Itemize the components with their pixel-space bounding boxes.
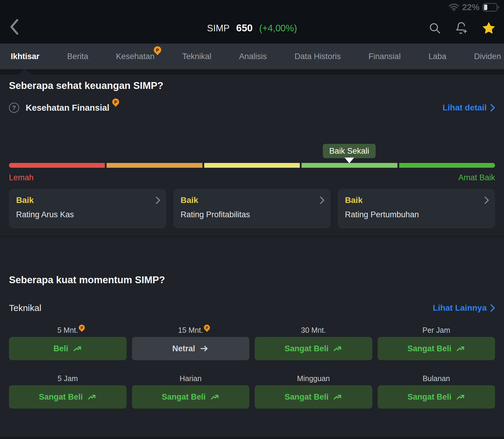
trending-up-icon xyxy=(333,344,342,353)
svg-text:P: P xyxy=(81,326,83,330)
rating-card-arus-kas[interactable]: Baik Rating Arus Kas xyxy=(9,189,166,228)
active-tab-pointer-strip xyxy=(0,69,504,75)
signal-period-label: 15 Mnt. xyxy=(178,326,203,335)
signal-button-bulanan[interactable]: Sangat Beli xyxy=(378,385,495,409)
tab-laba[interactable]: Laba xyxy=(428,52,446,61)
signal-cell-harian: Harian Sangat Beli xyxy=(132,373,250,409)
signal-period-label: Per Jam xyxy=(422,326,450,335)
gauge-segment-excellent xyxy=(399,163,495,168)
chevron-right-icon xyxy=(320,196,325,204)
tab-bar: Ikhtisar Berita Kesehatan P Teknikal Ana… xyxy=(0,44,504,69)
signal-period-label: Mingguan xyxy=(297,374,330,383)
gauge-segment-good xyxy=(302,163,397,168)
rating-cards: Baik Rating Arus Kas Baik Rating Profita… xyxy=(9,189,495,228)
technical-row: Teknikal Lihat Lainnya xyxy=(9,303,495,313)
bottom-edge xyxy=(0,437,504,439)
tab-data-historis[interactable]: Data Historis xyxy=(295,52,341,61)
gauge-labels: Lemah Amat Baik xyxy=(9,173,495,182)
page-content: Seberapa sehat keuangan SIMP? ? Kesehata… xyxy=(0,80,504,409)
signal-period-label: 5 Jam xyxy=(58,374,78,383)
signal-button-mingguan[interactable]: Sangat Beli xyxy=(255,385,372,409)
instrument-price: 650 xyxy=(236,22,253,34)
financial-health-row: ? Kesehatan Finansial P Lihat detail xyxy=(9,103,495,113)
signal-button-5jam[interactable]: Sangat Beli xyxy=(9,385,127,409)
tab-finansial[interactable]: Finansial xyxy=(368,52,401,61)
signal-period-label: 30 Mnt. xyxy=(301,326,326,335)
gauge-label-weak: Lemah xyxy=(9,173,34,182)
financial-health-label-group: ? Kesehatan Finansial P xyxy=(9,103,119,113)
signal-button-30mnt[interactable]: Sangat Beli xyxy=(255,337,372,360)
section-divider xyxy=(0,236,504,237)
header-actions xyxy=(428,21,496,35)
chevron-right-icon xyxy=(156,196,160,204)
chevron-right-icon xyxy=(490,104,495,112)
technical-signals-grid: 5 Mnt. P Beli 15 Mnt. P Netral 30 xyxy=(9,325,495,409)
signal-period-label: 5 Mnt. xyxy=(57,326,78,335)
chevron-right-icon xyxy=(490,304,495,312)
svg-text:P: P xyxy=(114,99,117,104)
signal-cell-5jam: 5 Jam Sangat Beli xyxy=(9,373,127,409)
svg-text:P: P xyxy=(206,326,208,330)
health-section-title: Seberapa sehat keuangan SIMP? xyxy=(9,80,495,91)
tab-dividen[interactable]: Dividen xyxy=(474,52,501,61)
signal-cell-30mnt: 30 Mnt. Sangat Beli xyxy=(255,325,372,360)
status-bar: 22% xyxy=(448,2,500,12)
bell-add-icon xyxy=(454,21,468,35)
signal-cell-mingguan: Mingguan Sangat Beli xyxy=(255,373,372,409)
signal-cell-bulanan: Bulanan Sangat Beli xyxy=(378,373,495,409)
rating-label: Rating Profitabilitas xyxy=(181,210,324,219)
see-detail-link[interactable]: Lihat detail xyxy=(442,103,495,113)
tab-berita[interactable]: Berita xyxy=(67,52,88,61)
tab-ikhtisar[interactable]: Ikhtisar xyxy=(11,52,39,61)
app-header: 22% SIMP 650 (+4,00%) xyxy=(0,0,504,44)
instrument-symbol: SIMP xyxy=(207,23,230,34)
pro-badge-icon: P xyxy=(79,324,86,332)
tab-kesehatan[interactable]: Kesehatan P xyxy=(116,52,154,61)
gauge-segment-fair xyxy=(204,163,300,168)
help-icon[interactable]: ? xyxy=(9,103,19,113)
financial-health-gauge xyxy=(9,163,495,168)
arrow-right-icon xyxy=(199,344,209,353)
signal-button-per-jam[interactable]: Sangat Beli xyxy=(378,337,495,360)
rating-card-profitabilitas[interactable]: Baik Rating Profitabilitas xyxy=(173,189,331,228)
see-more-link[interactable]: Lihat Lainnya xyxy=(433,303,495,313)
trending-up-icon xyxy=(210,392,219,402)
pro-badge-icon: P xyxy=(153,46,162,56)
gauge-segment-weak xyxy=(9,163,105,168)
gauge-segment-poor xyxy=(107,163,202,168)
momentum-section-title: Seberapa kuat momentum SIMP? xyxy=(9,274,495,286)
financial-health-label: Kesehatan Finansial P xyxy=(26,103,119,113)
add-alert-button[interactable] xyxy=(454,21,468,35)
instrument-change: (+4,00%) xyxy=(259,23,297,34)
wifi-icon xyxy=(448,3,459,11)
tab-teknikal[interactable]: Teknikal xyxy=(182,52,211,61)
pro-badge-icon: P xyxy=(204,324,211,332)
signal-cell-15mnt: 15 Mnt. P Netral xyxy=(132,325,250,360)
technical-label: Teknikal xyxy=(9,303,41,313)
header-main: SIMP 650 (+4,00%) xyxy=(0,13,504,44)
back-button[interactable] xyxy=(7,17,21,36)
instrument-title: SIMP 650 (+4,00%) xyxy=(207,22,297,34)
gauge-tooltip: Baik Sekali xyxy=(323,144,376,158)
signal-button-5mnt[interactable]: Beli xyxy=(9,337,127,360)
trending-up-icon xyxy=(456,392,465,402)
pro-badge-icon: P xyxy=(112,98,119,107)
tab-analisis[interactable]: Analisis xyxy=(239,52,267,61)
rating-label: Rating Arus Kas xyxy=(16,210,159,219)
signal-button-harian[interactable]: Sangat Beli xyxy=(132,385,250,409)
trending-up-icon xyxy=(456,344,465,353)
trending-up-icon xyxy=(333,392,342,402)
signal-cell-per-jam: Per Jam Sangat Beli xyxy=(378,325,495,360)
rating-value: Baik xyxy=(345,195,488,205)
rating-card-pertumbuhan[interactable]: Baik Rating Pertumbuhan xyxy=(338,189,495,228)
signal-button-15mnt[interactable]: Netral xyxy=(132,337,250,360)
chevron-right-icon xyxy=(484,196,489,204)
favorite-button[interactable] xyxy=(481,21,496,35)
chevron-left-icon xyxy=(9,19,19,35)
search-button[interactable] xyxy=(428,21,441,35)
signal-cell-5mnt: 5 Mnt. P Beli xyxy=(9,325,127,360)
trending-up-icon xyxy=(87,392,96,402)
signal-period-label: Bulanan xyxy=(422,374,450,383)
svg-text:P: P xyxy=(156,47,159,53)
battery-icon xyxy=(483,3,500,12)
